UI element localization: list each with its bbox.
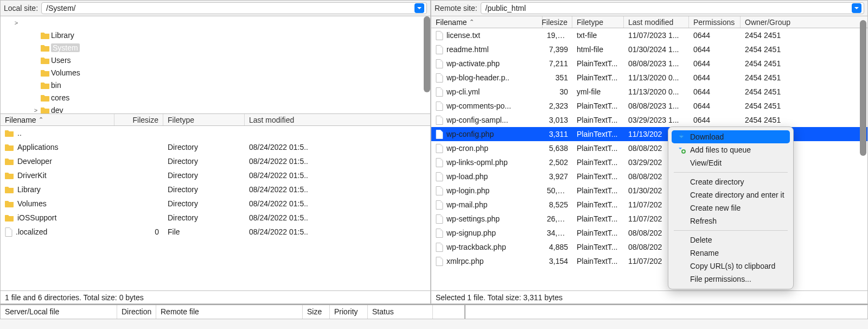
cell-filename: wp-cli.yml <box>431 87 542 97</box>
local-file-list[interactable]: ..ApplicationsDirectory08/24/2022 01:5..… <box>1 126 430 290</box>
tree-item[interactable]: Volumes <box>1 66 430 79</box>
disclosure-icon[interactable]: > <box>32 107 40 113</box>
col-filesize[interactable]: Filesize <box>114 114 163 125</box>
list-row[interactable]: wp-config-sampl...3,013PlainTextT...03/2… <box>431 113 867 127</box>
col-filetype[interactable]: Filetype <box>163 114 245 125</box>
list-row[interactable]: ApplicationsDirectory08/24/2022 01:5.. <box>1 140 430 154</box>
col-filetype[interactable]: Filetype <box>572 16 624 28</box>
remote-path-input[interactable] <box>486 4 850 12</box>
list-row[interactable]: .. <box>1 126 430 140</box>
queue-col-priority[interactable]: Priority <box>330 305 368 319</box>
folder-icon <box>41 44 50 52</box>
tree-scrollbar[interactable] <box>424 16 430 92</box>
list-row[interactable]: wp-cron.php5,638PlainTextT...08/08/202 <box>431 141 867 155</box>
cell-filename: wp-signup.php <box>431 229 542 238</box>
cell-filesize: 19,915 <box>542 31 572 40</box>
tree-item[interactable]: Library <box>1 29 430 41</box>
list-row[interactable]: LibraryDirectory08/24/2022 01:5.. <box>1 182 430 197</box>
menu-item-refresh[interactable]: Refresh <box>672 214 790 227</box>
queue-col-size[interactable]: Size <box>303 305 330 319</box>
list-row[interactable]: readme.html7,399html-file01/30/2024 1...… <box>431 42 867 56</box>
queue-divider[interactable] <box>433 305 465 319</box>
local-site-label: Local site: <box>4 4 38 12</box>
local-tree[interactable]: >LibrarySystemUsersVolumesbincores>dev>e… <box>1 16 430 114</box>
menu-item-create-directory[interactable]: Create directory <box>672 175 790 188</box>
cell-permissions: 0644 <box>689 102 741 110</box>
queue-col-direction[interactable]: Direction <box>117 305 156 319</box>
tree-item[interactable]: System <box>1 41 430 54</box>
local-list-headers[interactable]: Filename⌃FilesizeFiletypeLast modified <box>1 114 430 126</box>
disclosure-icon[interactable]: > <box>12 20 20 26</box>
local-path-input[interactable] <box>46 4 412 12</box>
list-row[interactable]: wp-trackback.php4,885PlainTextT...08/08/… <box>431 240 867 254</box>
list-row[interactable]: wp-activate.php7,211PlainTextT...08/08/2… <box>431 56 867 71</box>
menu-item-copy-url-s-to-clipboard[interactable]: Copy URL(s) to clipboard <box>672 260 790 273</box>
tree-item[interactable]: >dev <box>1 104 430 114</box>
col-owner[interactable]: Owner/Group <box>741 16 797 28</box>
local-path-dropdown[interactable] <box>414 3 424 13</box>
list-row[interactable]: license.txt19,915txt-file11/07/2023 1...… <box>431 28 867 42</box>
cell-owner: 2454 2451 <box>741 87 797 96</box>
remote-status: Selected 1 file. Total size: 3,311 bytes <box>431 290 867 303</box>
remote-path-input-wrap[interactable] <box>481 2 864 14</box>
list-row[interactable]: wp-links-opml.php2,502PlainTextT...03/29… <box>431 155 867 169</box>
menu-item-label: File permissions... <box>690 275 751 283</box>
cell-lastmod: 11/07/2023 1... <box>624 31 689 40</box>
menu-item-rename[interactable]: Rename <box>672 246 790 260</box>
folder-icon <box>5 143 14 151</box>
cell-lastmod: 08/08/2023 1... <box>624 102 689 110</box>
queue-col-status[interactable]: Status <box>368 305 433 319</box>
cell-filename: xmlrpc.php <box>431 257 542 266</box>
remote-scrollbar[interactable] <box>860 20 866 156</box>
cell-filename: Library <box>1 185 114 194</box>
list-row[interactable]: wp-settings.php26,409PlainTextT...11/07/… <box>431 212 867 226</box>
menu-item-delete[interactable]: Delete <box>672 233 790 246</box>
col-lastmod[interactable]: Last modified <box>245 114 407 125</box>
menu-item-download[interactable]: Download <box>672 130 790 143</box>
file-icon <box>436 214 443 224</box>
col-filesize[interactable]: Filesize <box>542 16 572 28</box>
local-path-input-wrap[interactable] <box>41 2 427 14</box>
file-icon <box>436 73 443 83</box>
cell-permissions: 0644 <box>689 116 741 124</box>
list-row[interactable]: wp-mail.php8,525PlainTextT...11/07/202 <box>431 198 867 212</box>
cell-lastmod: 03/29/2023 1... <box>624 116 689 124</box>
col-lastmod[interactable]: Last modified <box>624 16 689 28</box>
menu-item-file-permissions-[interactable]: File permissions... <box>672 273 790 286</box>
file-icon <box>436 116 443 125</box>
menu-item-create-new-file[interactable]: Create new file <box>672 201 790 214</box>
col-filename[interactable]: Filename⌃ <box>1 114 114 125</box>
list-row[interactable]: iOSSupportDirectory08/24/2022 01:5.. <box>1 211 430 225</box>
cell-filetype: File <box>163 227 245 236</box>
context-menu[interactable]: DownloadAdd files to queueView/EditCreat… <box>668 126 794 289</box>
cell-filename: readme.html <box>431 45 542 54</box>
col-filename[interactable]: Filename⌃ <box>431 16 542 28</box>
list-row[interactable]: wp-login.php50,927PlainTextT...01/30/202 <box>431 184 867 198</box>
cell-filename: wp-blog-header.p.. <box>431 73 542 83</box>
list-row[interactable]: wp-blog-header.p..351PlainTextT...11/13/… <box>431 71 867 85</box>
tree-item[interactable]: Users <box>1 54 430 66</box>
transfer-queue-headers[interactable]: Server/Local fileDirectionRemote fileSiz… <box>0 304 868 319</box>
list-row[interactable]: xmlrpc.php3,154PlainTextT...11/07/202 <box>431 254 867 268</box>
list-row[interactable]: DeveloperDirectory08/24/2022 01:5.. <box>1 154 430 168</box>
list-row[interactable]: wp-comments-po...2,323PlainTextT...08/08… <box>431 99 867 113</box>
tree-item[interactable]: > <box>1 16 430 29</box>
queue-col-remote[interactable]: Remote file <box>156 305 303 319</box>
remote-path-dropdown[interactable] <box>852 3 861 13</box>
col-permissions[interactable]: Permissions <box>689 16 741 28</box>
list-row[interactable]: wp-config.php3,311PlainTextT...11/13/202 <box>431 127 867 141</box>
menu-item-add-files-to-queue[interactable]: Add files to queue <box>672 143 790 156</box>
list-row[interactable]: wp-load.php3,927PlainTextT...08/08/202 <box>431 169 867 184</box>
list-row[interactable]: DriverKitDirectory08/24/2022 01:5.. <box>1 168 430 182</box>
menu-item-create-directory-and-enter-it[interactable]: Create directory and enter it <box>672 188 790 201</box>
remote-list-headers[interactable]: Filename⌃FilesizeFiletypeLast modifiedPe… <box>431 16 867 28</box>
remote-file-list[interactable]: license.txt19,915txt-file11/07/2023 1...… <box>431 28 867 290</box>
list-row[interactable]: wp-cli.yml30yml-file11/13/2020 0...06442… <box>431 85 867 99</box>
menu-item-view-edit[interactable]: View/Edit <box>672 156 790 169</box>
queue-col-server[interactable]: Server/Local file <box>1 305 117 319</box>
list-row[interactable]: VolumesDirectory08/24/2022 01:5.. <box>1 197 430 211</box>
tree-item[interactable]: bin <box>1 79 430 91</box>
tree-item[interactable]: cores <box>1 91 430 104</box>
list-row[interactable]: .localized0File08/24/2022 01:5.. <box>1 225 430 239</box>
list-row[interactable]: wp-signup.php34,385PlainTextT...08/08/20… <box>431 226 867 240</box>
